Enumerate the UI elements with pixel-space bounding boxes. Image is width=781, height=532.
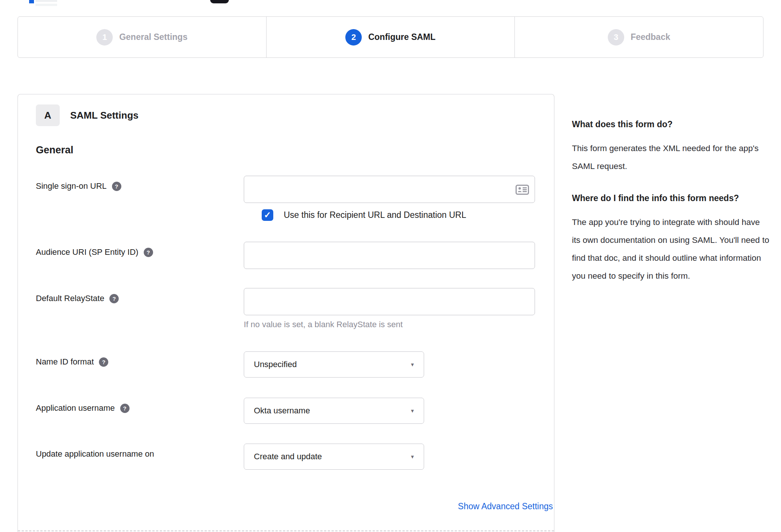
step-label: Feedback [631, 32, 670, 42]
help-body: The app you're trying to integrate with … [572, 213, 771, 285]
advanced-settings-row: Show Advanced Settings [36, 501, 553, 511]
name-id-format-select[interactable]: Unspecified ▼ [244, 351, 424, 378]
field-row-audience-uri: Audience URI (SP Entity ID) ? [36, 242, 536, 269]
cropped-toggle-fragment [210, 0, 229, 3]
section-dashed-divider [18, 531, 554, 531]
field-row-name-id-format: Name ID format ? Unspecified ▼ [36, 351, 536, 378]
select-value: Create and update [254, 452, 322, 461]
field-row-application-username: Application username ? Okta username ▼ [36, 398, 536, 424]
help-heading: Where do I find the info this form needs… [572, 192, 771, 204]
contact-card-icon [516, 185, 529, 195]
caret-down-icon: ▼ [410, 408, 415, 414]
field-label: Application username [36, 403, 115, 414]
step-number-badge: 3 [608, 29, 624, 46]
help-body: This form generates the XML needed for t… [572, 140, 771, 175]
show-advanced-settings-link[interactable]: Show Advanced Settings [458, 501, 553, 511]
field-label: Default RelayState [36, 293, 104, 304]
default-relaystate-input[interactable] [244, 288, 535, 315]
step-general-settings[interactable]: 1 General Settings [18, 17, 266, 57]
field-row-default-relaystate: Default RelayState ? If no value is set,… [36, 288, 536, 329]
step-number-badge: 2 [345, 29, 362, 46]
field-label: Audience URI (SP Entity ID) [36, 247, 139, 258]
help-section-what: What does this form do? This form genera… [572, 118, 771, 175]
step-label: General Settings [119, 32, 187, 42]
help-sidebar: What does this form do? This form genera… [572, 118, 771, 285]
field-label: Name ID format [36, 356, 94, 367]
general-group-title: General [36, 144, 536, 156]
checkbox-label[interactable]: Use this for Recipient URL and Destinati… [284, 210, 466, 220]
step-configure-saml[interactable]: 2 Configure SAML [266, 17, 515, 57]
audience-uri-input[interactable] [244, 242, 535, 269]
help-icon[interactable]: ? [112, 182, 121, 191]
caret-down-icon: ▼ [410, 454, 415, 460]
caret-down-icon: ▼ [410, 362, 415, 367]
help-icon[interactable]: ? [109, 294, 119, 303]
relaystate-hint: If no value is set, a blank RelayState i… [244, 320, 536, 329]
field-row-single-sign-on-url: Single sign-on URL ? [36, 176, 536, 203]
step-number-badge: 1 [96, 29, 113, 46]
cropped-header-fragment [35, 0, 57, 2]
help-heading: What does this form do? [572, 118, 771, 131]
select-value: Unspecified [254, 360, 297, 369]
help-icon[interactable]: ? [120, 404, 130, 413]
step-label: Configure SAML [368, 32, 435, 42]
section-header: A SAML Settings [36, 104, 536, 126]
recipient-destination-checkbox-row: ✓ Use this for Recipient URL and Destina… [36, 209, 536, 221]
recipient-destination-checkbox[interactable]: ✓ [262, 209, 273, 221]
cropped-blue-tab-fragment [29, 0, 34, 3]
step-feedback[interactable]: 3 Feedback [514, 17, 763, 57]
saml-settings-panel: A SAML Settings General Single sign-on U… [18, 94, 554, 532]
update-application-username-select[interactable]: Create and update ▼ [244, 444, 424, 470]
help-icon[interactable]: ? [144, 248, 153, 257]
section-badge-a: A [36, 104, 60, 126]
wizard-stepper: 1 General Settings 2 Configure SAML 3 Fe… [18, 16, 763, 58]
help-icon[interactable]: ? [99, 357, 108, 367]
checkmark-icon: ✓ [264, 211, 271, 219]
cropped-header-fragment [35, 4, 57, 6]
help-section-where: Where do I find the info this form needs… [572, 192, 771, 285]
field-label: Single sign-on URL [36, 181, 107, 192]
select-value: Okta username [254, 406, 310, 416]
field-row-update-application-username: Update application username on Create an… [36, 444, 536, 470]
field-label: Update application username on [36, 448, 154, 460]
application-username-select[interactable]: Okta username ▼ [244, 398, 424, 424]
single-sign-on-url-input[interactable] [244, 176, 535, 203]
section-title: SAML Settings [70, 110, 139, 121]
